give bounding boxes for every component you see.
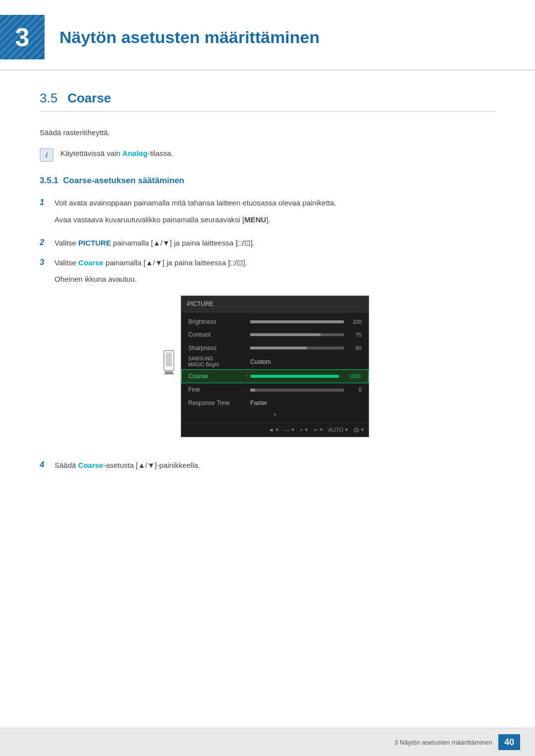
osd-ctrl-auto: AUTO▼ [328,425,349,435]
note-box: i Käytettävissä vain Analog-tilassa. [40,148,495,162]
svg-rect-5 [164,373,174,374]
svg-rect-3 [166,353,172,366]
step-content-3: Valitse Coarse painamalla [▲/▼] ja paina… [54,256,495,452]
osd-row-fine: Fine : 0 [181,383,369,396]
osd-ctrl-minus: —▼ [284,425,295,435]
page-footer: 3 Näytön asetusten määrittäminen 40 [0,728,535,756]
svg-rect-4 [165,371,173,373]
osd-row-brightness: Brightness : 100 [181,315,369,328]
osd-title: PICTURE [187,301,214,307]
osd-row-contrast: Contrast : 75 [181,328,369,341]
osd-scroll-indicator: ▼ [181,409,369,420]
step-content-2: Valitse PICTURE painamalla [▲/▼] ja pain… [54,237,495,250]
osd-ctrl-left: ◄▼ [268,425,279,435]
osd-box: PICTURE Brightness : [181,296,369,437]
osd-ctrl-enter: ↵▼ [314,425,323,435]
step-content-1: Voit avata avainoppaan painamalla mitä t… [54,197,495,230]
step-number-4: 4 [40,459,54,470]
section-number: 3.5 [40,91,57,106]
chapter-number: 3 [0,15,45,59]
step-1: 1 Voit avata avainoppaan painamalla mitä… [40,197,495,230]
osd-row-magic-bright: SAMSUNGMAGIC Bright : Custom [181,354,369,369]
step-number-3: 3 [40,256,54,267]
chapter-title: Näytön asetusten määrittäminen [59,28,320,47]
note-icon: i [40,148,54,162]
step-number-1: 1 [40,197,54,207]
footer-page-number: 40 [498,734,520,750]
subsection-heading: 3.5.1 Coarse-asetuksen säätäminen [40,176,495,186]
steps-list: 1 Voit avata avainoppaan painamalla mitä… [40,197,495,471]
page: 3 Näytön asetusten määrittäminen 3.5 Coa… [0,0,535,756]
osd-controls: ◄▼ —▼ +▼ ↵▼ AUTO▼ ⏻▼ [181,423,369,437]
step-4: 4 Säädä Coarse-asetusta [▲/▼]-painikkeel… [40,459,495,472]
step-content-4: Säädä Coarse-asetusta [▲/▼]-painikkeella… [54,459,495,472]
osd-ctrl-plus: +▼ [300,425,309,435]
section-title: Coarse [67,91,111,106]
osd-rows: Brightness : 100 [181,312,369,423]
note-text: Käytettävissä vain Analog-tilassa. [60,148,173,159]
step-1-sub: Avaa vastaava kuvaruutuvalikko painamall… [54,213,495,226]
osd-title-bar: PICTURE [181,296,369,312]
footer-text: 3 Näytön asetusten määrittäminen [394,739,492,746]
section-heading: 3.5 Coarse [40,91,495,112]
intro-text: Säädä rasteritiheyttä. [40,127,495,139]
osd-container: PICTURE Brightness : [54,296,495,437]
step-2: 2 Valitse PICTURE painamalla [▲/▼] ja pa… [40,237,495,250]
osd-row-sharpness: Sharpness : 60 [181,342,369,354]
osd-row-coarse: Coarse : 1936 [181,369,369,383]
monitor-side-icon [162,350,176,383]
step-3: 3 Valitse Coarse painamalla [▲/▼] ja pai… [40,256,495,452]
step-number-2: 2 [40,237,54,248]
svg-text:i: i [46,151,48,159]
osd-ctrl-power: ⏻▼ [354,425,365,435]
osd-row-response-time: Response Time : Faster [181,397,369,409]
chapter-header: 3 Näytön asetusten määrittäminen [0,0,535,71]
main-content: 3.5 Coarse Säädä rasteritiheyttä. i Käyt… [0,91,535,518]
step-3-sub: Oheinen ikkuna avautuu. [54,273,495,286]
